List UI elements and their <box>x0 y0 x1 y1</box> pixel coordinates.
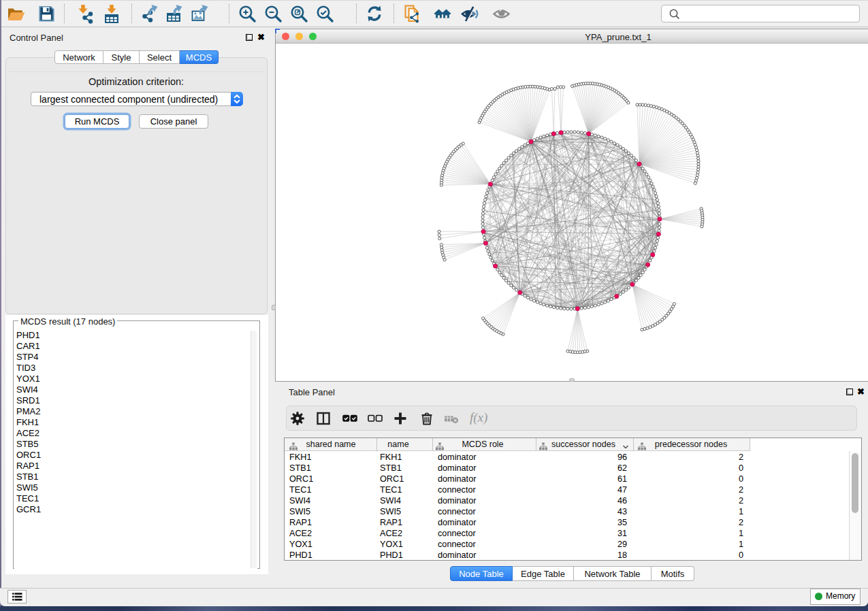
svg-text:f(x): f(x) <box>470 410 487 425</box>
